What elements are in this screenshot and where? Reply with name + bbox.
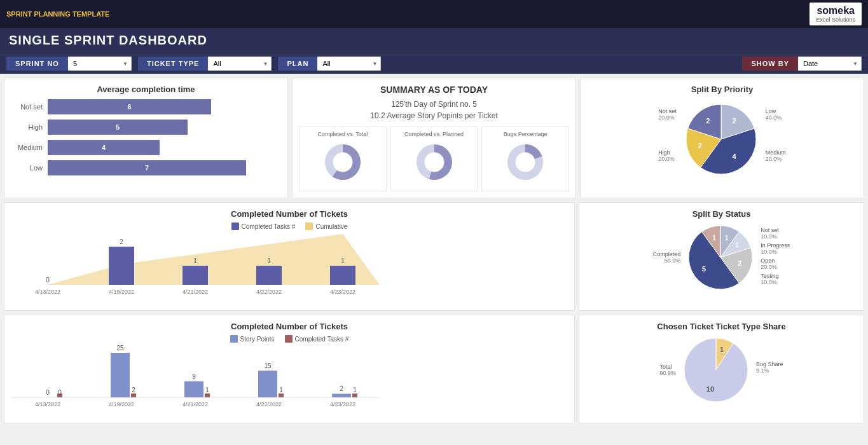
- sprint-no-select-wrap[interactable]: 5: [68, 57, 132, 71]
- status-left-label: Completed50.0%: [653, 251, 681, 264]
- story-val: 15: [264, 362, 272, 369]
- tasks-val: 2: [132, 387, 135, 394]
- row-1: Average completion time Not set 6 High 5…: [4, 78, 864, 198]
- legend-label: Story Points: [240, 336, 275, 343]
- summary-story: 10.2 Average Story Popints per Ticket: [299, 111, 569, 120]
- tickets-svg-2: 004/13/20222524/19/2022914/21/20221514/2…: [11, 346, 380, 423]
- split-priority-title: Split By Priority: [587, 85, 857, 94]
- show-by-label: SHOW BY: [742, 57, 798, 71]
- avg-bar-row: Low 7: [11, 160, 281, 175]
- sprint-no-select[interactable]: 5: [68, 57, 132, 71]
- avg-bar-row: Medium 4: [11, 140, 281, 155]
- legend-label: Cumulative: [315, 223, 347, 230]
- tasks-bar: [279, 394, 284, 397]
- date-label: 4/13/2022: [35, 401, 60, 407]
- bar-val-label: 1: [341, 257, 345, 264]
- mini-chart-title: Completed vs. Total: [303, 131, 382, 137]
- avg-completion-title: Average completion time: [11, 85, 281, 94]
- svg-text:10: 10: [706, 385, 714, 393]
- main-content: Average completion time Not set 6 High 5…: [0, 74, 868, 427]
- bar-container: 7: [48, 160, 281, 175]
- show-by-section: SHOW BY Date: [742, 57, 862, 71]
- date-label: 4/19/2022: [109, 289, 134, 295]
- svg-text:5: 5: [702, 265, 706, 273]
- show-by-select-wrap[interactable]: Date: [798, 57, 862, 71]
- mini-charts: Completed vs. Total Completed vs. Planne…: [299, 127, 569, 191]
- ticket-type-title: Chosen Ticket Ticket Type Share: [586, 322, 857, 331]
- bar-label: High: [11, 123, 43, 131]
- show-by-select[interactable]: Date: [798, 57, 862, 71]
- priority-right-labels: Low40.0%Medium20.0%: [766, 98, 786, 181]
- date-label: 4/23/2022: [330, 289, 355, 295]
- filter-bar: SPRINT NO 5 TICKET TYPE All PLAN All SHO…: [0, 53, 868, 74]
- ticket-bar: [330, 266, 355, 285]
- bar-fill: 5: [48, 120, 188, 135]
- bar-val-label: 0: [46, 277, 50, 284]
- bar-container: 5: [48, 120, 281, 135]
- svg-text:1: 1: [713, 235, 717, 242]
- tasks-bar: [131, 394, 136, 397]
- mini-donut: [503, 140, 548, 184]
- split-status-card: Split By Status Completed50.0% 11251 Not…: [579, 202, 864, 311]
- mini-donut: [320, 140, 365, 184]
- plan-select[interactable]: All: [317, 57, 381, 71]
- logo-area: someka Excel Solutions: [809, 3, 862, 25]
- sprint-no-label: SPRINT NO: [6, 57, 68, 71]
- mini-chart: Completed vs. Planned: [390, 127, 478, 191]
- bar-value: 7: [145, 164, 149, 172]
- completed-tickets-1-title: Completed Number of Tickets: [11, 209, 568, 219]
- sprint-no-filter: SPRINT NO 5: [6, 57, 132, 71]
- bar-label: Low: [11, 164, 43, 172]
- mini-donut: [412, 140, 457, 184]
- plan-select-wrap[interactable]: All: [317, 57, 381, 71]
- split-status-title: Split By Status: [586, 209, 857, 219]
- tasks-bar: [352, 394, 357, 397]
- ticket-type-filter: TICKET TYPE All: [138, 57, 272, 71]
- bar-fill: 6: [48, 99, 211, 114]
- svg-text:1: 1: [735, 242, 739, 249]
- ticket-type-select-wrap[interactable]: All: [208, 57, 272, 71]
- bar-value: 6: [127, 103, 131, 111]
- svg-text:2: 2: [706, 117, 710, 125]
- story-val: 2: [340, 385, 343, 392]
- bar-label: Not set: [11, 103, 43, 111]
- svg-point-1: [424, 153, 444, 172]
- bar-label: Medium: [11, 144, 43, 151]
- svg-text:2: 2: [732, 117, 736, 125]
- legend-item: Cumulative: [305, 222, 347, 230]
- priority-left-label: Not set20.0%: [658, 108, 677, 121]
- bar-value: 5: [116, 123, 120, 131]
- bar-val-label: 1: [193, 257, 197, 264]
- dashboard-title: SINGLE SPRINT DASHBOARD: [9, 33, 207, 47]
- mini-chart-title: Completed vs. Planned: [395, 131, 474, 137]
- bar-val-label: 2: [120, 238, 123, 245]
- legend-label: Completed Tasks #: [295, 336, 349, 343]
- summary-card: SUMMARY AS OF TODAY 125'th Day of Sprint…: [292, 78, 576, 198]
- legend-color: [230, 335, 238, 343]
- date-label: 4/21/2022: [183, 401, 208, 407]
- priority-right-label: Low40.0%: [766, 108, 786, 121]
- legend-item: Completed Tasks #: [285, 335, 349, 343]
- ticket-bar: [183, 266, 208, 285]
- completed-tickets-1-card: Completed Number of Tickets Completed Ta…: [4, 202, 575, 311]
- plan-label: PLAN: [278, 57, 317, 71]
- story-bar: [111, 353, 130, 397]
- tickets-svg-1: 04/13/202224/19/202214/21/202214/22/2022…: [11, 234, 380, 310]
- ticket-type-select[interactable]: All: [208, 57, 272, 71]
- avg-completion-chart: Not set 6 High 5 Medium 4 Low 7: [11, 99, 281, 175]
- status-right-label: Testing10.0%: [761, 273, 790, 285]
- completed-tickets-2-title: Completed Number of Tickets: [11, 322, 568, 331]
- bar-container: 4: [48, 140, 281, 155]
- title-bar: SINGLE SPRINT DASHBOARD: [0, 28, 868, 53]
- ticket-bar: [109, 247, 134, 285]
- bar-val-label: 1: [267, 257, 271, 264]
- story-bar: [332, 394, 351, 397]
- svg-text:1: 1: [725, 235, 729, 242]
- legend-color: [305, 222, 313, 230]
- ticket-type-label: TICKET TYPE: [138, 57, 209, 71]
- story-val: 25: [116, 345, 124, 352]
- mini-chart-title: Bugs Percentage: [486, 131, 565, 137]
- story-bar: [258, 371, 277, 397]
- legend-item: Story Points: [230, 335, 275, 343]
- priority-left-labels: Not set20.0%High20.0%: [658, 98, 677, 181]
